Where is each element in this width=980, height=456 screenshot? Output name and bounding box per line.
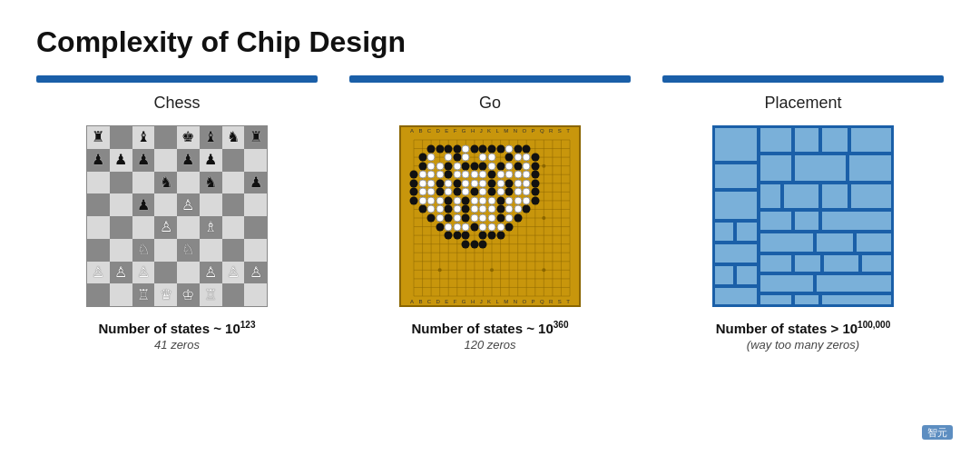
go-stone [418, 188, 426, 196]
chess-cell [132, 216, 155, 239]
go-stone [436, 144, 444, 153]
chess-cell [177, 262, 200, 284]
placement-rect [760, 254, 792, 273]
go-stone [436, 179, 444, 187]
chess-board: ♜♝♚♝♞♜♟♟♟♟♟♞♞♟♟♙♙♗♘♘♙♙♙♙♙♙♖♛♔♖ [86, 125, 268, 307]
go-bar [349, 75, 631, 83]
placement-rect [714, 265, 734, 285]
go-stone [470, 179, 478, 187]
chess-cell [222, 283, 245, 306]
chess-cell [110, 216, 132, 239]
placement-rect [760, 294, 792, 305]
go-stone [445, 162, 453, 170]
go-col-labels-top: ABCDEFGHJKLMNOPQRST [410, 128, 570, 134]
placement-rect [821, 294, 892, 305]
go-stone [505, 154, 514, 162]
go-stone [410, 196, 418, 204]
go-stone [445, 171, 453, 179]
chess-cell: ♟ [132, 149, 155, 172]
go-stat: Number of states ~ 10360 120 zeros [412, 320, 569, 352]
go-stone [479, 196, 487, 204]
go-stone [453, 162, 461, 170]
go-stone [470, 144, 478, 153]
go-stone [488, 214, 496, 223]
go-column: Go ABCDEFGHJKLMNOPQRST ABCDEFGHJKLMNOPQR… [349, 75, 631, 352]
placement-rect [760, 274, 814, 292]
chess-cell [222, 149, 245, 172]
chess-cell: ♝ [200, 126, 222, 149]
chess-cell [87, 216, 110, 239]
go-stone [462, 171, 470, 179]
chess-cell [110, 172, 132, 194]
chess-cell [110, 193, 132, 216]
chess-cell: ♞ [222, 126, 245, 149]
go-stone [436, 214, 444, 223]
go-stone [445, 179, 453, 187]
go-stone [470, 240, 478, 248]
go-stone [505, 171, 514, 179]
go-stat-sub: 120 zeros [412, 338, 569, 352]
go-stone [531, 188, 539, 196]
placement-rect [850, 183, 892, 209]
go-stone [505, 223, 514, 231]
chess-cell: ♜ [244, 126, 267, 149]
go-stone [470, 214, 478, 223]
chess-cell [110, 239, 132, 262]
chess-cell: ♜ [87, 126, 110, 149]
go-stone [445, 214, 453, 223]
placement-bar [662, 75, 944, 83]
go-stone [531, 196, 539, 204]
go-stone [453, 232, 461, 240]
go-stone [427, 205, 436, 213]
go-stone [505, 214, 514, 223]
chess-cell: ♟ [87, 149, 110, 172]
go-stone [479, 188, 487, 196]
placement-rect [714, 287, 758, 305]
chess-cell [222, 172, 245, 194]
go-stone [505, 179, 514, 187]
go-stone [445, 144, 453, 153]
go-stone [514, 162, 522, 170]
go-stone [470, 188, 478, 196]
chess-cell: ♟ [132, 193, 155, 216]
placement-stat: Number of states > 10100,000 (way too ma… [716, 320, 890, 352]
go-stone [427, 179, 436, 187]
placement-rect [794, 154, 847, 182]
go-stone [496, 205, 505, 213]
go-stone [462, 232, 470, 240]
go-stone [496, 223, 505, 231]
chess-cell: ♘ [132, 239, 155, 262]
go-stone [479, 144, 487, 153]
chess-cell [110, 283, 132, 306]
go-stone [410, 171, 418, 179]
go-stone [496, 144, 505, 153]
go-stone [453, 188, 461, 196]
chess-cell: ♗ [200, 216, 222, 239]
chess-title: Chess [153, 94, 200, 113]
chess-cell [244, 193, 267, 216]
placement-rect [714, 243, 758, 263]
go-stone [488, 179, 496, 187]
chess-cell: ♘ [177, 239, 200, 262]
chess-cell [132, 172, 155, 194]
columns-container: Chess ♜♝♚♝♞♜♟♟♟♟♟♞♞♟♟♙♙♗♘♘♙♙♙♙♙♙♖♛♔♖ Num… [36, 75, 944, 352]
go-stone [514, 205, 522, 213]
go-stone [453, 196, 461, 204]
go-stone [514, 171, 522, 179]
go-stone [418, 171, 426, 179]
go-stone [462, 205, 470, 213]
go-stone [531, 154, 539, 162]
go-stone [479, 162, 487, 170]
go-stat-main: Number of states ~ 10360 [412, 320, 569, 336]
placement-column: Placement Number of states > 10100,000 (… [662, 75, 944, 352]
go-stone [496, 214, 505, 223]
go-stone [470, 196, 478, 204]
chess-cell: ♟ [244, 172, 267, 194]
placement-stat-main: Number of states > 10100,000 [716, 320, 890, 336]
go-stone [445, 154, 453, 162]
go-stone [470, 223, 478, 231]
go-stone [436, 171, 444, 179]
placement-rect [794, 254, 821, 273]
go-stone [488, 144, 496, 153]
placement-rect [861, 254, 892, 273]
